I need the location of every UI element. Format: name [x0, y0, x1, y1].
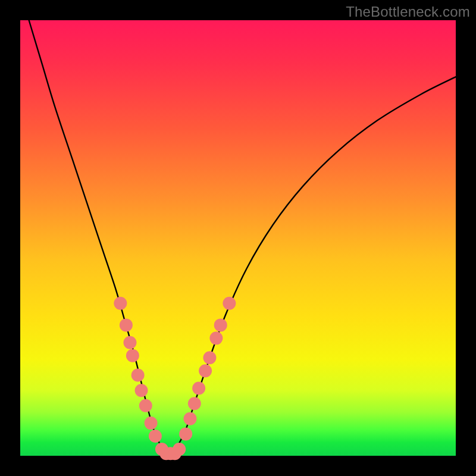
curve-marker [131, 369, 145, 382]
chart-stage: TheBottleneck.com [0, 0, 476, 476]
curve-marker [199, 364, 212, 377]
curve-marker [173, 443, 186, 456]
curve-marker [179, 427, 192, 440]
curve-marker [135, 384, 148, 397]
curve-marker [120, 318, 133, 331]
curve-layer [20, 20, 456, 456]
curve-marker [223, 297, 236, 310]
curve-marker [188, 397, 201, 410]
curve-marker [149, 430, 162, 443]
curve-marker [139, 399, 152, 412]
curve-marker [126, 349, 139, 362]
watermark-text: TheBottleneck.com [346, 4, 470, 20]
curve-markers [114, 297, 236, 461]
curve-marker [209, 331, 223, 345]
curve-marker [114, 297, 127, 310]
bottleneck-curve [29, 20, 456, 455]
curve-marker [183, 412, 196, 425]
curve-marker [145, 416, 158, 430]
curve-marker [123, 336, 136, 349]
curve-marker [192, 382, 205, 395]
curve-marker [203, 351, 216, 364]
plot-area [20, 20, 456, 456]
curve-marker [214, 318, 227, 331]
